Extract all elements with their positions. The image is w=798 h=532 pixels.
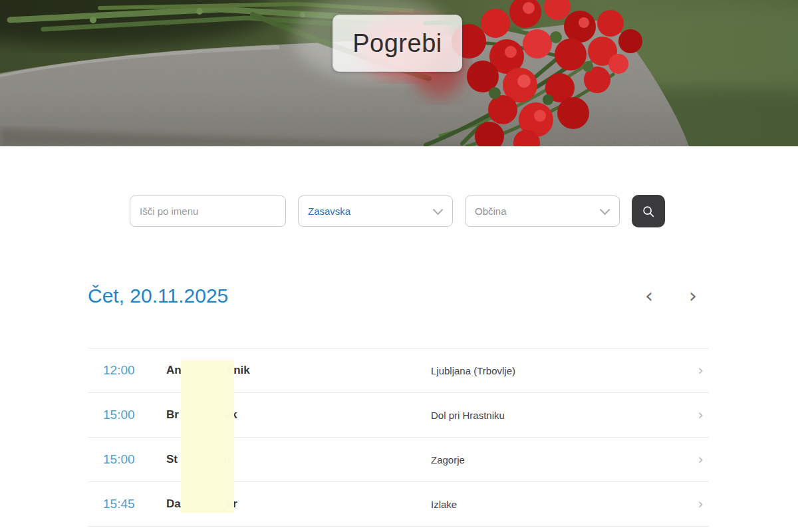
chevron-right-icon: › [689, 284, 697, 307]
table-row[interactable]: 15:00 Brak Dol pri Hrastniku › [88, 393, 709, 438]
funeral-time: 12:00 [103, 363, 166, 378]
funeral-list: 12:00 Ančnik Ljubljana (Trbovlje) › 15:0… [88, 348, 709, 527]
municipality-select[interactable]: Občina [465, 196, 620, 227]
chevron-right-icon: › [698, 497, 704, 511]
page-title: Pogrebi [352, 29, 442, 58]
table-row[interactable]: 12:00 Ančnik Ljubljana (Trbovlje) › [88, 348, 709, 393]
date-heading: Čet, 20.11.2025 [88, 285, 228, 307]
date-nav-arrows: ‹ › [641, 286, 701, 306]
chevron-right-icon: › [698, 452, 704, 467]
table-row[interactable]: 15:00 Stn Zagorje › [88, 438, 709, 482]
date-nav: Čet, 20.11.2025 ‹ › [88, 279, 709, 313]
page-title-card: Pogrebi [332, 15, 462, 72]
chevron-left-icon: ‹ [645, 284, 653, 307]
next-day-button[interactable]: › [685, 286, 701, 306]
funeral-location: Izlake [431, 499, 698, 510]
prev-day-button[interactable]: ‹ [641, 286, 657, 306]
search-bar: Zasavska Občina [130, 195, 798, 227]
search-icon [641, 204, 656, 219]
region-select-value: Zasavska [308, 205, 350, 217]
funeral-location: Ljubljana (Trbovlje) [431, 365, 698, 376]
funeral-name: Ančnik [166, 364, 431, 377]
funeral-name: Stn [166, 453, 431, 466]
chevron-right-icon: › [698, 363, 704, 378]
search-input[interactable] [130, 196, 286, 227]
chevron-down-icon [600, 205, 610, 215]
funeral-time: 15:00 [103, 408, 166, 422]
funeral-name: Daar [166, 497, 431, 511]
funeral-name: Brak [166, 408, 431, 422]
municipality-select-placeholder: Občina [475, 205, 507, 217]
search-button[interactable] [632, 195, 665, 227]
chevron-right-icon: › [698, 408, 704, 422]
funeral-location: Zagorje [431, 454, 698, 466]
table-row[interactable]: 15:45 Daar Izlake › [88, 482, 709, 527]
chevron-down-icon [433, 205, 444, 215]
funeral-time: 15:00 [103, 452, 166, 467]
region-select[interactable]: Zasavska [298, 196, 453, 227]
funeral-time: 15:45 [103, 497, 166, 511]
funeral-location: Dol pri Hrastniku [431, 410, 698, 421]
hero-banner: Pogrebi [0, 0, 798, 146]
